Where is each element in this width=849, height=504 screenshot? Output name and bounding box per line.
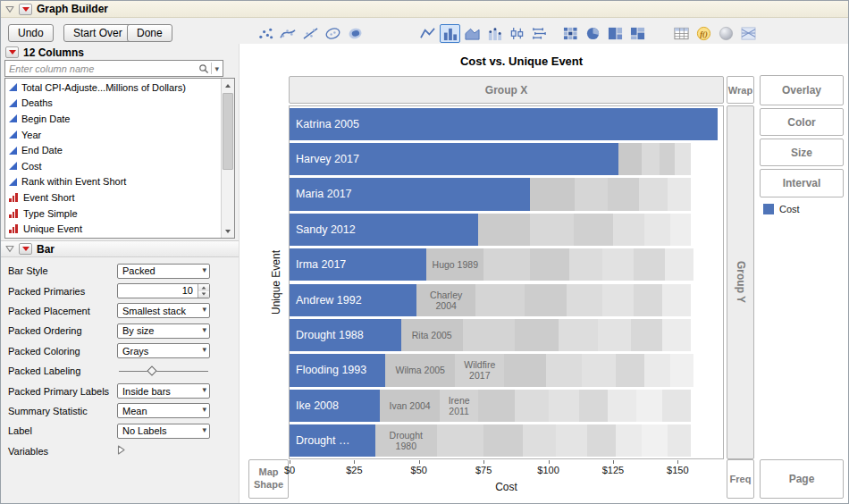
packed-bar-segment[interactable] bbox=[530, 248, 568, 281]
packed-bar-segment[interactable] bbox=[598, 319, 632, 351]
primary-bar[interactable]: Katrina 2005 bbox=[290, 108, 718, 140]
dropdown-packed-placement[interactable]: Smallest stack▾ bbox=[117, 303, 210, 318]
column-item[interactable]: Year bbox=[5, 127, 221, 143]
packed-bar-segment[interactable] bbox=[662, 284, 691, 316]
chevron-down-icon[interactable]: ▾ bbox=[214, 64, 223, 73]
packed-bar-segment[interactable] bbox=[559, 319, 597, 351]
column-item[interactable]: Rank within Event Short bbox=[5, 174, 221, 190]
packed-bar-segment[interactable] bbox=[523, 424, 557, 457]
packed-bar-segment[interactable] bbox=[644, 214, 670, 246]
red-triangle-menu-icon[interactable] bbox=[19, 243, 32, 255]
area-element-icon[interactable] bbox=[462, 24, 483, 43]
packed-bar-segment[interactable] bbox=[579, 390, 608, 422]
packed-bar-segment[interactable] bbox=[670, 214, 691, 246]
treemap-element-icon[interactable] bbox=[605, 24, 626, 43]
done-button[interactable]: Done bbox=[127, 24, 172, 42]
bar-points-element-icon[interactable] bbox=[484, 24, 505, 43]
column-item[interactable]: Deaths bbox=[5, 96, 221, 112]
column-item[interactable]: Begin Date bbox=[5, 111, 221, 127]
parallel-element-icon[interactable] bbox=[738, 24, 759, 43]
red-triangle-menu-icon[interactable] bbox=[5, 46, 19, 58]
packed-bar-segment[interactable] bbox=[530, 178, 574, 210]
packed-bar-segment[interactable]: Rita 2005 bbox=[401, 319, 463, 351]
scrollbar-thumb[interactable] bbox=[223, 93, 233, 170]
packed-bar-segment[interactable] bbox=[608, 390, 636, 422]
packed-bar-segment[interactable] bbox=[582, 354, 616, 386]
size-drop-zone[interactable]: Size bbox=[760, 139, 844, 166]
packed-bar-segment[interactable] bbox=[642, 424, 668, 457]
line-element-icon[interactable] bbox=[417, 24, 438, 43]
spin-down-button[interactable] bbox=[198, 291, 209, 298]
column-item[interactable]: Type Simple bbox=[5, 206, 221, 222]
column-item[interactable]: End Date bbox=[5, 142, 221, 158]
table-element-icon[interactable] bbox=[671, 24, 692, 43]
packed-bar-segment[interactable] bbox=[504, 354, 545, 386]
interval-drop-zone[interactable]: Interval bbox=[760, 169, 844, 197]
packed-bar-segment[interactable] bbox=[636, 390, 662, 422]
packed-bar-segment[interactable] bbox=[634, 284, 662, 316]
packed-bar-segment[interactable]: Wildfire 2017 bbox=[455, 354, 504, 386]
start-over-button[interactable]: Start Over bbox=[63, 24, 132, 42]
packed-bar-segment[interactable] bbox=[631, 319, 662, 351]
primary-bar[interactable]: Harvey 2017 bbox=[290, 143, 618, 175]
packed-bar-segment[interactable] bbox=[525, 284, 566, 316]
packed-bar-segment[interactable] bbox=[675, 143, 690, 175]
packed-bar-segment[interactable] bbox=[616, 354, 644, 386]
column-item[interactable]: Total CPI-Adjuste...Millions of Dollars) bbox=[5, 80, 221, 96]
slider-thumb[interactable] bbox=[147, 365, 156, 375]
packed-bar-segment[interactable] bbox=[463, 319, 515, 351]
mosaic-element-icon[interactable] bbox=[627, 24, 648, 43]
packed-bar-segment[interactable]: Irene 2011 bbox=[440, 390, 478, 422]
packed-bar-segment[interactable] bbox=[662, 390, 691, 422]
freq-drop-zone[interactable]: Freq bbox=[727, 459, 754, 499]
dropdown-label[interactable]: No Labels▾ bbox=[117, 424, 210, 439]
packed-bar-segment[interactable] bbox=[668, 424, 691, 457]
primary-bar[interactable]: Andrew 1992 bbox=[290, 284, 416, 316]
group-y-drop-zone[interactable]: Group Y bbox=[727, 105, 754, 459]
packed-bar-segment[interactable]: Hugo 1989 bbox=[426, 248, 483, 281]
packed-bar-segment[interactable] bbox=[642, 143, 660, 175]
scatter-smoother-element-icon[interactable] bbox=[278, 24, 298, 43]
primary-bar[interactable]: Sandy 2012 bbox=[290, 214, 478, 246]
dropdown-packed-primary-labels[interactable]: Inside bars▾ bbox=[117, 383, 210, 399]
scatter-element-icon[interactable] bbox=[256, 24, 276, 43]
overlay-drop-zone[interactable]: Overlay bbox=[760, 75, 844, 105]
dropdown-summary-statistic[interactable]: Mean▾ bbox=[117, 403, 210, 418]
color-drop-zone[interactable]: Color bbox=[760, 108, 844, 136]
scrollbar-up-button[interactable] bbox=[222, 79, 234, 92]
interval-bars-element-icon[interactable] bbox=[529, 24, 550, 43]
contour-element-icon[interactable] bbox=[345, 24, 366, 43]
spinbox-packed-primaries[interactable]: 10 bbox=[117, 283, 210, 298]
disclosure-open-icon[interactable] bbox=[5, 245, 14, 253]
primary-bar[interactable]: Drought 1988 bbox=[290, 319, 401, 351]
wrap-drop-zone[interactable]: Wrap bbox=[727, 76, 754, 104]
spin-up-button[interactable] bbox=[198, 284, 209, 291]
packed-bar-segment[interactable] bbox=[515, 390, 549, 422]
sphere-element-icon[interactable] bbox=[716, 24, 736, 43]
ellipse-element-icon[interactable] bbox=[323, 24, 343, 43]
primary-bar[interactable]: Irma 2017 bbox=[290, 248, 426, 281]
packed-bar-segment[interactable]: Ivan 2004 bbox=[380, 390, 440, 422]
packed-bar-segment[interactable] bbox=[569, 248, 603, 281]
primary-bar[interactable]: Drought … bbox=[290, 424, 375, 457]
packed-bar-segment[interactable] bbox=[437, 424, 483, 457]
dropdown-packed-coloring[interactable]: Grays▾ bbox=[117, 343, 210, 358]
packed-bar-segment[interactable] bbox=[660, 143, 675, 175]
packed-bar-segment[interactable] bbox=[602, 248, 634, 281]
column-item[interactable]: Event Short bbox=[5, 189, 221, 206]
pie-element-icon[interactable] bbox=[583, 24, 603, 43]
packed-bar-segment[interactable] bbox=[574, 214, 612, 246]
primary-bar[interactable]: Maria 2017 bbox=[290, 178, 530, 210]
map-shape-drop-zone[interactable]: Map Shape bbox=[248, 459, 289, 499]
packed-bar-segment[interactable] bbox=[515, 319, 559, 351]
packed-bar-segment[interactable] bbox=[644, 354, 670, 386]
box-plot-element-icon[interactable] bbox=[507, 24, 527, 43]
red-triangle-menu-icon[interactable] bbox=[19, 4, 32, 15]
packed-bar-segment[interactable] bbox=[546, 354, 583, 386]
packed-bar-segment[interactable] bbox=[665, 248, 693, 281]
packed-bar-segment[interactable]: Wilma 2005 bbox=[385, 354, 455, 386]
primary-bar[interactable]: Flooding 1993 bbox=[290, 354, 385, 386]
packed-bar-segment[interactable] bbox=[608, 178, 639, 210]
column-item[interactable]: Unique Event bbox=[5, 221, 221, 237]
packed-bar-segment[interactable] bbox=[567, 284, 603, 316]
